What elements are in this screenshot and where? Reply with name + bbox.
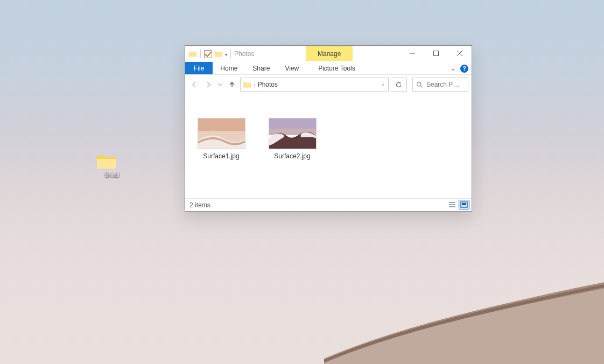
tab-home[interactable]: Home <box>213 62 245 74</box>
ribbon-tabs: File Home Share View Picture Tools ⌄ ? <box>185 62 472 75</box>
nav-row: › Photos ⌄ Search P… <box>185 75 472 94</box>
svg-rect-1 <box>434 51 439 56</box>
nav-back-button[interactable] <box>188 79 200 90</box>
folder-icon <box>243 81 251 88</box>
svg-point-4 <box>417 82 421 86</box>
window-controls <box>401 46 472 61</box>
view-thumbnails-button[interactable] <box>459 200 469 209</box>
breadcrumb-current[interactable]: Photos <box>258 81 278 88</box>
nav-forward-button[interactable] <box>202 79 214 90</box>
maximize-button[interactable] <box>424 46 448 61</box>
separator <box>230 49 231 59</box>
tab-file[interactable]: File <box>185 62 213 74</box>
desktop-folder-label: Small <box>103 172 121 178</box>
nav-recent-dropdown[interactable] <box>216 79 224 90</box>
thumbnail <box>198 118 245 149</box>
search-icon <box>416 81 423 88</box>
svg-rect-7 <box>198 118 245 131</box>
file-list[interactable]: Surface1.jpg Surface2.jpg <box>185 94 472 198</box>
ribbon-expand-icon[interactable]: ⌄ <box>451 65 456 72</box>
new-folder-qat-icon[interactable] <box>214 50 223 58</box>
desktop-wallpaper-dune <box>324 267 604 364</box>
refresh-button[interactable] <box>391 78 407 92</box>
file-explorer-window: ▾ Photos Manage File Home Share View Pic… <box>185 45 472 212</box>
folder-icon <box>188 50 197 58</box>
desktop-folder-small[interactable]: Small <box>96 152 128 179</box>
separator <box>200 50 201 58</box>
svg-line-5 <box>420 86 422 87</box>
tab-share[interactable]: Share <box>245 62 277 74</box>
breadcrumb-separator-icon: › <box>254 81 256 88</box>
titlebar[interactable]: ▾ Photos Manage <box>185 46 472 62</box>
folder-icon <box>96 152 117 170</box>
view-details-button[interactable] <box>447 200 458 209</box>
search-placeholder: Search P… <box>426 81 459 88</box>
qat-dropdown-icon[interactable]: ▾ <box>225 51 227 57</box>
search-input[interactable]: Search P… <box>412 78 468 92</box>
address-bar[interactable]: › Photos ⌄ <box>240 78 389 92</box>
properties-qat-icon[interactable] <box>204 50 212 58</box>
status-item-count: 2 items <box>189 201 210 209</box>
svg-rect-14 <box>462 203 466 205</box>
file-name: Surface1.jpg <box>203 152 239 160</box>
address-history-dropdown-icon[interactable]: ⌄ <box>381 81 385 87</box>
nav-up-button[interactable] <box>226 79 238 90</box>
file-name: Surface2.jpg <box>274 152 310 160</box>
close-button[interactable] <box>448 46 472 61</box>
minimize-button[interactable] <box>401 46 424 61</box>
thumbnail <box>269 118 317 149</box>
tab-view[interactable]: View <box>277 62 306 74</box>
help-button[interactable]: ? <box>460 65 468 73</box>
tab-picture-tools[interactable]: Picture Tools <box>311 62 362 74</box>
ribbon-contextual-group: Manage <box>306 46 353 61</box>
svg-rect-8 <box>269 118 316 129</box>
qat: ▾ Photos <box>185 46 254 62</box>
file-item[interactable]: Surface1.jpg <box>195 118 248 160</box>
file-item[interactable]: Surface2.jpg <box>266 118 319 160</box>
window-title: Photos <box>234 50 254 58</box>
status-bar: 2 items <box>185 198 472 211</box>
